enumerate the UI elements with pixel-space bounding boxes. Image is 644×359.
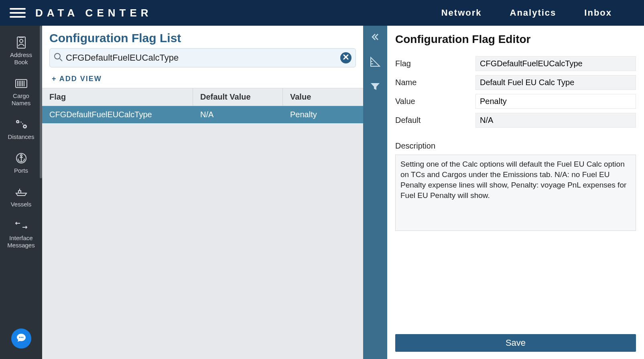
table-header: Flag Default Value Value (42, 88, 363, 106)
field-label-default: Default (395, 116, 475, 125)
field-row-name: Name Default Fuel EU Calc Type (395, 75, 636, 90)
svg-point-10 (17, 121, 18, 122)
search-icon (54, 53, 63, 63)
description-label: Description (395, 141, 636, 151)
sidebar-scrollbar[interactable] (40, 26, 42, 178)
cargo-icon (15, 77, 28, 90)
nav-link-inbox[interactable]: Inbox (584, 8, 612, 18)
vessel-icon (15, 186, 28, 198)
table-row[interactable]: CFGDefaultFuelEUCalcType N/A Penalty (42, 106, 363, 123)
search-clear-button[interactable] (340, 52, 351, 63)
sidebar-item-label: Distances (8, 133, 35, 141)
content: Configuration Flag List + ADD VIEW (42, 26, 644, 359)
save-button[interactable]: Save (395, 334, 636, 352)
collapse-panel-button[interactable] (368, 31, 382, 45)
distances-icon (15, 118, 28, 131)
cell-flag: CFGDefaultFuelEUCalcType (42, 106, 193, 123)
ruler-tool-button[interactable] (368, 55, 382, 70)
description-text[interactable]: Setting one of the Calc options will def… (395, 155, 636, 231)
col-header-flag[interactable]: Flag (42, 88, 193, 106)
svg-point-18 (19, 337, 20, 338)
flag-editor-panel: Configuration Flag Editor Flag CFGDefaul… (387, 26, 644, 359)
panel-divider-toolbar (363, 26, 387, 359)
add-view-button[interactable]: + ADD VIEW (52, 75, 356, 83)
sidebar-item-vessels[interactable]: Vessels (0, 180, 42, 214)
sidebar-item-label: Address Book (10, 51, 32, 66)
field-label-flag: Flag (395, 59, 475, 68)
filter-icon (370, 82, 380, 94)
col-header-value[interactable]: Value (283, 88, 363, 106)
sidebar-item-label: Ports (14, 167, 28, 174)
field-value-name[interactable]: Default Fuel EU Calc Type (475, 75, 636, 90)
ruler-icon (370, 57, 380, 69)
svg-line-22 (60, 59, 62, 61)
interface-msgs-icon (15, 219, 28, 232)
svg-point-21 (55, 53, 60, 59)
nav-link-analytics[interactable]: Analytics (510, 8, 557, 18)
svg-point-14 (20, 155, 22, 156)
svg-point-19 (20, 337, 22, 338)
sidebar-item-interface-messages[interactable]: Interface Messages (0, 214, 42, 255)
sidebar-item-label: Vessels (11, 201, 32, 208)
field-label-name: Name (395, 78, 475, 87)
field-label-value: Value (395, 97, 475, 106)
top-nav: DATA CENTER Network Analytics Inbox (0, 0, 644, 26)
field-row-value: Value Penalty (395, 94, 636, 109)
app-title: DATA CENTER (35, 7, 152, 19)
top-nav-links: Network Analytics Inbox (441, 8, 644, 18)
search-input[interactable] (66, 53, 337, 63)
filter-button[interactable] (368, 80, 382, 95)
svg-point-1 (20, 39, 23, 43)
flag-list-panel: Configuration Flag List + ADD VIEW (42, 26, 363, 359)
anchor-icon (15, 152, 28, 165)
cell-value: Penalty (283, 106, 363, 123)
sidebar-item-label: Cargo Names (12, 92, 31, 107)
svg-point-12 (24, 126, 26, 127)
search-box (49, 48, 356, 67)
menu-button[interactable] (10, 5, 26, 21)
chat-icon (16, 332, 26, 345)
sidebar-item-label: Interface Messages (7, 235, 35, 249)
field-value-flag[interactable]: CFGDefaultFuelEUCalcType (475, 56, 636, 71)
sidebar-item-distances[interactable]: Distances (0, 112, 42, 146)
svg-point-20 (22, 337, 23, 338)
close-icon (343, 54, 349, 61)
field-value-value[interactable]: Penalty (475, 94, 636, 109)
sidebar-item-address-book[interactable]: Address Book (0, 31, 42, 71)
editor-title: Configuration Flag Editor (395, 33, 636, 46)
main: Address Book Cargo Names (0, 26, 644, 359)
col-header-default-value[interactable]: Default Value (193, 88, 283, 106)
chevron-double-left-icon (370, 32, 380, 43)
flag-table: Flag Default Value Value CFGDefaultFuelE… (42, 88, 363, 359)
field-row-default: Default N/A (395, 113, 636, 128)
sidebar-item-cargo-names[interactable]: Cargo Names (0, 71, 42, 112)
cell-default-value: N/A (193, 106, 283, 123)
chat-button[interactable] (11, 328, 31, 349)
sidebar-item-ports[interactable]: Ports (0, 146, 42, 180)
sidebar: Address Book Cargo Names (0, 26, 42, 359)
field-value-default[interactable]: N/A (475, 113, 636, 128)
field-row-flag: Flag CFGDefaultFuelEUCalcType (395, 56, 636, 71)
table-empty-area (42, 123, 363, 359)
nav-link-network[interactable]: Network (441, 8, 482, 18)
list-title: Configuration Flag List (49, 31, 356, 45)
address-book-icon (15, 36, 28, 49)
